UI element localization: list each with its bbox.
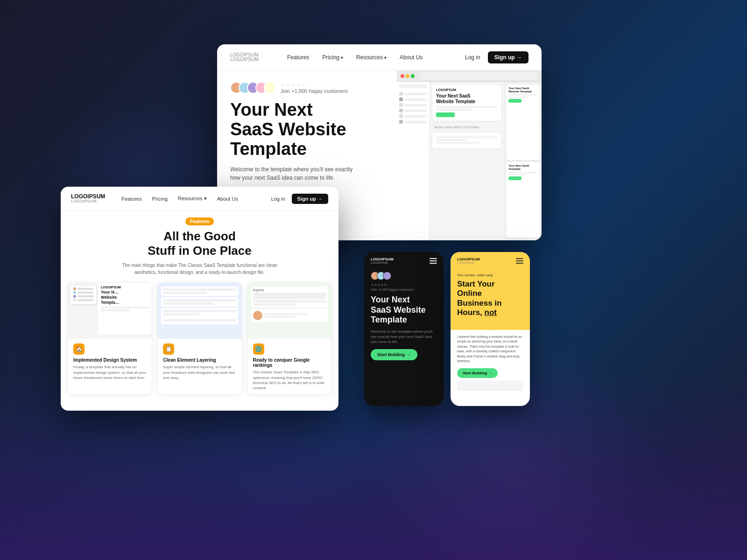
avatar-group [230, 82, 276, 94]
phone-dark-logo: LOGOIPSUM LOGOIPSUM [371, 258, 394, 264]
tablet-nav-auth: Log in Sign up [271, 194, 328, 204]
main-nav-links: Features Pricing Resources About Us [287, 54, 450, 61]
feature-card-preview-1: LOGOIPSUM Your N…WebsiteTempla… [68, 283, 152, 339]
app-layers: LOGOIPSUM Your Next SaaSWebsite Template… [397, 82, 542, 240]
avatar-5 [264, 82, 276, 94]
app-label: All the Good Stuff in One Place [432, 124, 501, 131]
phone-white-cta-button[interactable]: Start Building → [457, 368, 498, 378]
phone-white-nav: LOGOIPSUM LOGOIPSUM [451, 252, 530, 268]
app-logo: LOGOIPSUM [436, 88, 498, 91]
feature-icon-3: 🌐 [253, 343, 264, 355]
feature-title-1: Implemented Design System [73, 357, 146, 363]
preview-line [163, 310, 236, 312]
preview-line [163, 319, 236, 322]
tab-nav-about[interactable]: About Us [217, 196, 238, 202]
app-panel-main: LOGOIPSUM Your Next SaaSWebsite Template [432, 84, 501, 121]
card-inner-preview: LOGOIPSUM Your N…WebsiteTempla… [98, 283, 152, 334]
preview-item: Explore [251, 287, 328, 308]
phone-dark-nav: LOGOIPSUM LOGOIPSUM [364, 252, 444, 268]
phone-yellow-title: Start YourOnlineBusiness inHours, not [457, 280, 523, 318]
app-line [436, 106, 498, 108]
app-line [436, 136, 498, 138]
tab-nav-pricing[interactable]: Pricing [152, 196, 168, 202]
mini-line-short [101, 309, 130, 311]
preview-user-item [251, 309, 328, 322]
main-nav-auth: Log in Sign up [465, 51, 529, 63]
main-right-preview: LOGOIPSUM Your Next SaaSWebsite Template… [397, 70, 542, 240]
feature-card-2: 📋 Clean Element Layering Super simple el… [157, 282, 242, 395]
phone-hero-title: Your Next SaaS Website Template [371, 295, 437, 325]
layer-item [399, 98, 427, 101]
tab-signup[interactable]: Sign up [292, 194, 328, 204]
app-line [436, 142, 479, 144]
app-title: Your Next SaaSWebsite Template [436, 93, 498, 105]
phone-yellow-section: Your service, made easy Start YourOnline… [451, 268, 530, 330]
features-badge: Features [185, 217, 214, 225]
layer-text [404, 98, 427, 101]
hamburger-menu[interactable] [430, 258, 437, 264]
tab-nav-features[interactable]: Features [121, 196, 141, 202]
phone-card-white: LOGOIPSUM LOGOIPSUM Your service, made e… [451, 252, 530, 406]
mini-line [101, 307, 149, 308]
layer-icon [399, 109, 403, 112]
ham-line-1 [430, 258, 437, 259]
feature-text-1: Finally, a template that actually has an… [73, 364, 146, 380]
phone-white-hamburger[interactable] [516, 258, 523, 264]
url-bar [420, 72, 538, 80]
nav-login[interactable]: Log in [465, 54, 480, 61]
tablet-hero-title: All the Good Stuff in One Place [70, 229, 329, 258]
feature-card-bottom-1: 🏠 Implemented Design System Finally, a t… [68, 339, 152, 384]
preview-content-3: Explore [247, 283, 331, 326]
tablet-nav-links: Features Pricing Resources ▾ About Us [121, 196, 258, 202]
preview-line [163, 299, 236, 301]
app-right-panel-1: Your Next SaaS Website Template [506, 84, 540, 160]
nav-resources[interactable]: Resources [356, 54, 387, 61]
mini-line [508, 172, 537, 173]
phone-white-body-text: I believe that building a website should… [457, 335, 523, 364]
user-info [264, 313, 326, 318]
tab-nav-resources[interactable]: Resources ▾ [178, 196, 207, 202]
layer-text [404, 121, 427, 123]
phone-white-section: I believe that building a website should… [451, 330, 530, 396]
app-panel-secondary [432, 133, 501, 148]
tablet-hero: All the Good Stuff in One Place The main… [61, 229, 338, 276]
preview-toolbar [397, 70, 542, 82]
preview-line-short [163, 313, 199, 315]
preview-line [253, 300, 326, 302]
preview-item [161, 287, 238, 296]
ham-line-3 [516, 263, 523, 264]
main-nav: LOGOIPSUM LOGOIPSUM Features Pricing Res… [217, 44, 542, 70]
phone-input-field[interactable] [457, 381, 523, 391]
nav-pricing[interactable]: Pricing [322, 54, 343, 61]
join-text: Join +1,000 happy customers [281, 88, 348, 94]
ham-line-2 [430, 260, 437, 261]
mini-line [508, 174, 526, 175]
hero-subtitle: Welcome to the template where you'll see… [230, 165, 361, 182]
feature-card-preview-2 [157, 283, 241, 339]
preview-item [161, 317, 238, 324]
nav-about[interactable]: About Us [400, 54, 423, 61]
phone-cta-button[interactable]: Start Building → [371, 349, 417, 360]
layer-icon [399, 114, 403, 118]
mini-logo: LOGOIPSUM [101, 286, 149, 289]
feature-card-bottom-3: 🌐 Ready to conquer Google rankings The C… [247, 339, 331, 394]
layer-icon [399, 120, 403, 124]
app-line [436, 139, 467, 141]
main-logo: LOGOIPSUM LOGOIPSUM [230, 53, 272, 62]
avatar-row: ★★★★★ Join +1,000 happy customers [230, 82, 384, 94]
nav-signup[interactable]: Sign up [488, 51, 529, 63]
service-label: Your service, made easy [457, 273, 523, 277]
ham-line-1 [516, 258, 523, 259]
preview-search [253, 293, 326, 299]
phone-join-text: Join +1,000 happy customers [371, 288, 437, 291]
feature-icon-2: 📋 [163, 343, 174, 355]
nav-features[interactable]: Features [287, 54, 309, 61]
phone-card-dark: LOGOIPSUM LOGOIPSUM ★★★★★ Join +1,000 ha… [364, 252, 444, 406]
phone-stars: ★★★★★ [371, 283, 437, 287]
phone-avatars [371, 272, 437, 280]
layer-icon [399, 92, 403, 96]
layer-item [399, 114, 427, 118]
mini-title: Your Next SaaS Website Template [508, 87, 537, 93]
tab-login[interactable]: Log in [271, 196, 285, 202]
phone-hero-sub: Welcome to the template where you'll see… [371, 329, 437, 345]
